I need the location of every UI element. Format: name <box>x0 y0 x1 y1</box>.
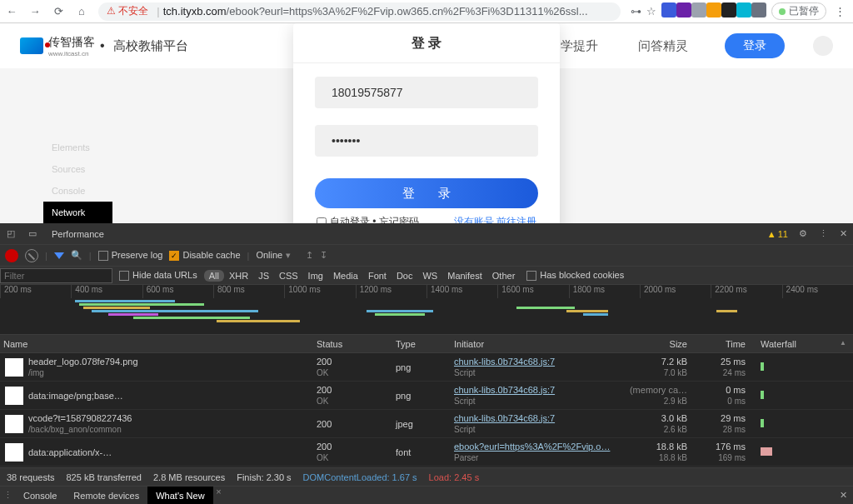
extension-icon[interactable] <box>706 2 721 17</box>
col-waterfall[interactable]: Waterfall <box>754 339 853 349</box>
network-filter-bar: Hide data URLs AllXHRJSCSSImgMediaFontDo… <box>0 267 853 285</box>
auto-login-box[interactable] <box>317 217 327 224</box>
phone-input[interactable] <box>315 77 538 108</box>
extension-icon[interactable] <box>661 2 676 17</box>
extension-icon[interactable] <box>751 2 766 17</box>
table-row[interactable]: vcode?t=1587908227436/back/bxg_anon/comm… <box>0 410 853 438</box>
filter-pill-doc[interactable]: Doc <box>392 270 418 282</box>
blocked-cookies-checkbox[interactable]: Has blocked cookies <box>526 270 624 281</box>
filter-pill-manifest[interactable]: Manifest <box>442 270 487 282</box>
disable-cache-checkbox[interactable]: Disable cache <box>169 250 240 261</box>
col-type[interactable]: Type <box>396 339 454 349</box>
back-button[interactable]: ← <box>0 5 23 17</box>
warnings-badge[interactable]: ▲ 11 <box>762 229 793 239</box>
search-icon[interactable]: 🔍 <box>71 250 82 261</box>
filter-pill-ws[interactable]: WS <box>417 270 442 282</box>
password-input[interactable] <box>315 125 538 157</box>
bookmark-icon[interactable]: ☆ <box>646 5 656 17</box>
url-host: tch.ityxb.com <box>163 5 227 17</box>
nav-link-qa[interactable]: 问答精灵 <box>626 38 700 54</box>
extension-icon[interactable] <box>691 2 706 17</box>
reload-button[interactable]: ⟳ <box>47 5 70 17</box>
debugger-pause-badge[interactable]: 已暂停 <box>771 2 826 20</box>
clear-button[interactable] <box>25 249 38 262</box>
filter-pill-all[interactable]: All <box>204 270 224 282</box>
devtools-tab-elements[interactable]: Elements <box>43 137 112 158</box>
message-icon[interactable] <box>813 36 833 56</box>
record-button[interactable] <box>5 249 18 262</box>
table-row[interactable]: data:application/x-…200OKfontebook?eurl=… <box>0 438 853 467</box>
filter-pill-css[interactable]: CSS <box>274 270 303 282</box>
filter-pill-img[interactable]: Img <box>303 270 328 282</box>
site-logo[interactable]: 传智播客 www.itcast.cn • 高校教辅平台 <box>20 35 188 57</box>
timeline-tick: 1400 ms <box>426 285 497 298</box>
status-resources: 2.8 MB resources <box>153 472 225 482</box>
extension-icon[interactable] <box>676 2 691 17</box>
resource-thumb-icon <box>5 387 23 405</box>
address-bar[interactable]: ⚠ 不安全 | tch.ityxb.com /ebook?eurl=https%… <box>98 2 621 21</box>
more-icon[interactable]: ⋮ <box>813 228 833 239</box>
devtools-tab-sources[interactable]: Sources <box>43 158 112 180</box>
drawer-tab-close-icon[interactable]: × <box>213 487 225 505</box>
col-status[interactable]: Status <box>317 339 396 349</box>
url-path: /ebook?eurl=https%3A%2F%2Fvip.ow365.cn%2… <box>227 5 588 17</box>
forward-button[interactable]: → <box>23 5 47 17</box>
inspect-icon[interactable]: ◰ <box>0 228 22 239</box>
drawer-tab-what's-new[interactable]: What's New <box>147 487 212 505</box>
network-timeline[interactable]: 200 ms400 ms600 ms800 ms1000 ms1200 ms14… <box>0 285 853 335</box>
devtools-tabs: ◰ ▭ ElementsSourcesConsoleNetworkPerform… <box>0 223 853 245</box>
drawer-close-icon[interactable]: ✕ <box>833 490 853 501</box>
insecure-badge: ⚠ 不安全 <box>107 4 148 18</box>
pause-label: 已暂停 <box>789 4 819 18</box>
register-link[interactable]: 没有账号 前往注册 <box>454 215 536 223</box>
drawer-tab-console[interactable]: Console <box>15 487 65 505</box>
filter-pill-xhr[interactable]: XHR <box>224 270 253 282</box>
status-requests: 38 requests <box>7 472 54 482</box>
col-initiator[interactable]: Initiator <box>454 339 621 349</box>
devtools-close-icon[interactable]: ✕ <box>833 228 853 239</box>
status-load: Load: 2.45 s <box>429 472 480 482</box>
timeline-tick: 1000 ms <box>284 285 355 298</box>
throttling-select[interactable]: Online <box>256 250 299 261</box>
devtools-tab-performance[interactable]: Performance <box>43 223 112 245</box>
status-finish: Finish: 2.30 s <box>237 472 291 482</box>
filter-icon[interactable] <box>54 252 64 259</box>
auto-login-checkbox[interactable]: 自动登录 • 忘记密码 <box>317 215 419 223</box>
upload-icon[interactable]: ↥ <box>306 250 313 261</box>
col-size[interactable]: Size <box>621 339 687 349</box>
timeline-tick: 2000 ms <box>640 285 711 298</box>
table-row[interactable]: data:image/png;base…200OKpngchunk-libs.0… <box>0 382 853 410</box>
key-icon[interactable]: ⊶ <box>631 5 641 17</box>
filter-pill-other[interactable]: Other <box>487 270 521 282</box>
settings-icon[interactable]: ⚙ <box>793 228 813 239</box>
drawer-tab-remote-devices[interactable]: Remote devices <box>65 487 147 505</box>
filter-pill-media[interactable]: Media <box>328 270 363 282</box>
resource-thumb-icon <box>5 443 23 462</box>
extension-icon[interactable] <box>736 2 751 17</box>
modal-title: 登 录 <box>293 23 560 63</box>
filter-input[interactable] <box>0 268 112 283</box>
drawer-menu-icon[interactable]: ⋮ <box>0 490 15 501</box>
filter-pill-js[interactable]: JS <box>253 270 274 282</box>
resource-thumb-icon <box>5 358 23 377</box>
chrome-menu-icon[interactable]: ⋮ <box>831 5 848 17</box>
status-transferred: 825 kB transferred <box>66 472 142 482</box>
download-icon[interactable]: ↧ <box>320 250 327 261</box>
filter-pill-font[interactable]: Font <box>363 270 392 282</box>
extension-icon[interactable] <box>721 2 736 17</box>
home-button[interactable]: ⌂ <box>70 5 93 17</box>
devtools-tab-network[interactable]: Network <box>43 202 112 223</box>
auto-login-label: 自动登录 • 忘记密码 <box>330 215 419 223</box>
timeline-tick: 2400 ms <box>782 285 853 298</box>
preserve-log-checkbox[interactable]: Preserve log <box>98 250 163 261</box>
table-row[interactable]: header_logo.078fe794.png/img200OKpngchun… <box>0 353 853 382</box>
devtools-panel: ◰ ▭ ElementsSourcesConsoleNetworkPerform… <box>0 223 853 504</box>
header-login-button[interactable]: 登录 <box>725 33 785 58</box>
login-submit-button[interactable]: 登 录 <box>315 178 538 208</box>
devtools-tab-console[interactable]: Console <box>43 180 112 202</box>
hide-data-urls-checkbox[interactable]: Hide data URLs <box>119 270 197 281</box>
device-icon[interactable]: ▭ <box>22 228 43 239</box>
col-name[interactable]: Name <box>0 339 317 349</box>
devtools-drawer: ⋮ ConsoleRemote devicesWhat's New× ✕ <box>0 486 853 504</box>
col-time[interactable]: Time <box>687 339 754 349</box>
